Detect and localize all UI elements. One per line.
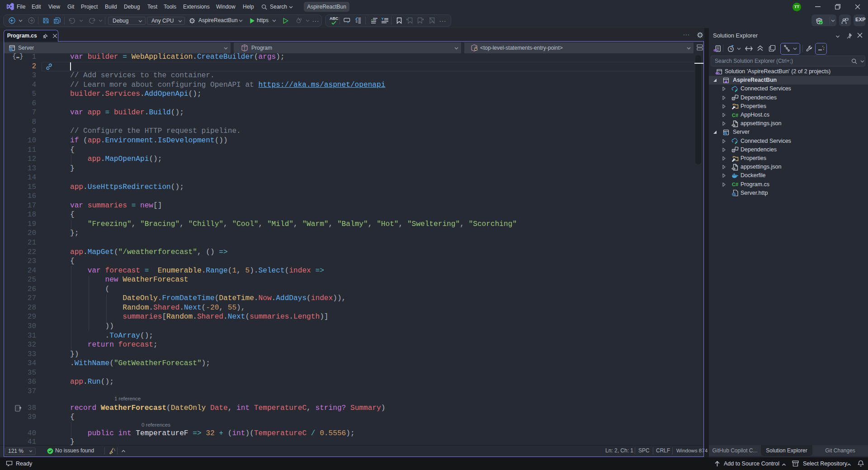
svg-text:C#: C#: [732, 182, 738, 187]
svg-text:C#: C#: [732, 113, 738, 118]
